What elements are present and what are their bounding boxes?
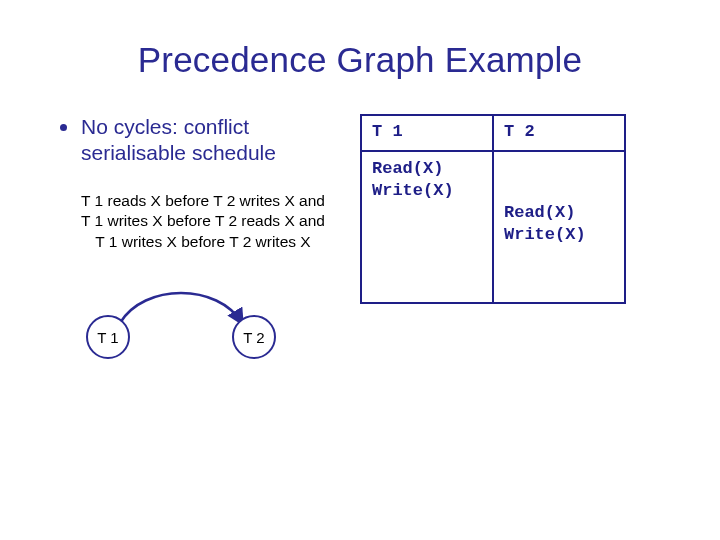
left-column: No cycles: conflict serialisable schedul… (60, 114, 360, 367)
right-column: T 1 T 2 Read(X) Write(X) Read(X) Write(X… (360, 114, 660, 367)
conflict-line: T 1 writes X before T 2 writes X (60, 232, 346, 253)
edge-t1-t2 (120, 293, 242, 323)
op: Write(X) (504, 224, 614, 246)
col-header-t1: T 1 (361, 115, 493, 151)
precedence-graph: T 1 T 2 (74, 277, 314, 367)
table-header-row: T 1 T 2 (361, 115, 625, 151)
conflict-list: T 1 reads X before T 2 writes X and T 1 … (60, 191, 346, 254)
col-header-t2: T 2 (493, 115, 625, 151)
schedule-table: T 1 T 2 Read(X) Write(X) Read(X) Write(X… (360, 114, 626, 304)
graph-node-t2: T 2 (232, 315, 276, 359)
table-row: Read(X) Write(X) Read(X) Write(X) (361, 151, 625, 303)
cell-t1: Read(X) Write(X) (361, 151, 493, 303)
node-label: T 1 (97, 329, 118, 346)
conflict-line: T 1 writes X before T 2 reads X and (60, 211, 346, 232)
bullet-text: No cycles: conflict serialisable schedul… (81, 114, 346, 167)
op: Read(X) (372, 158, 482, 180)
t2-operations: Read(X) Write(X) (504, 158, 614, 246)
t1-operations: Read(X) Write(X) (372, 158, 482, 202)
cell-t2: Read(X) Write(X) (493, 151, 625, 303)
page-title: Precedence Graph Example (60, 40, 660, 80)
op: Write(X) (372, 180, 482, 202)
conflict-line: T 1 reads X before T 2 writes X and (60, 191, 346, 212)
op: Read(X) (504, 202, 614, 224)
slide: Precedence Graph Example No cycles: conf… (0, 0, 720, 540)
content-area: No cycles: conflict serialisable schedul… (60, 114, 660, 367)
bullet-item: No cycles: conflict serialisable schedul… (60, 114, 346, 167)
graph-node-t1: T 1 (86, 315, 130, 359)
node-label: T 2 (243, 329, 264, 346)
bullet-dot-icon (60, 124, 67, 131)
